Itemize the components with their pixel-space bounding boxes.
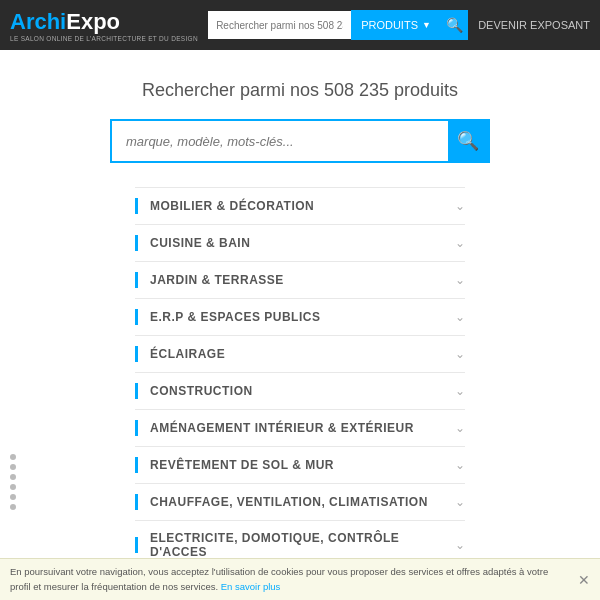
header-search-icon-btn[interactable]: 🔍 [441,10,468,40]
category-label: ÉCLAIRAGE [150,347,455,361]
category-label: ELECTRICITE, DOMOTIQUE, CONTRÔLE D'ACCES [150,531,455,559]
chevron-down-icon: ⌄ [455,538,465,552]
category-item-5[interactable]: CONSTRUCTION ⌄ [135,373,465,410]
dot-6 [10,504,16,510]
category-label: AMÉNAGEMENT INTÉRIEUR & EXTÉRIEUR [150,421,455,435]
chevron-down-icon: ⌄ [455,310,465,324]
dot-3 [10,474,16,480]
category-indicator [135,346,138,362]
cookie-link[interactable]: En savoir plus [221,581,281,592]
chevron-down-icon: ⌄ [455,421,465,435]
category-indicator [135,537,138,553]
logo-archi[interactable]: Archi [10,11,66,33]
chevron-down-icon: ▼ [422,20,431,30]
chevron-down-icon: ⌄ [455,495,465,509]
devenir-exposant-link[interactable]: DEVENIR EXPOSANT [478,19,590,31]
search-icon: 🔍 [446,17,463,33]
sidebar-dots [10,454,16,510]
dot-1 [10,454,16,460]
logo-tagline: LE SALON ONLINE DE L'ARCHITECTURE ET DU … [10,35,198,42]
category-indicator [135,235,138,251]
category-indicator [135,457,138,473]
chevron-down-icon: ⌄ [455,347,465,361]
header-products-btn[interactable]: PRODUITS ▼ [351,10,441,40]
category-item-7[interactable]: REVÊTEMENT DE SOL & MUR ⌄ [135,447,465,484]
chevron-down-icon: ⌄ [455,458,465,472]
category-label: E.R.P & ESPACES PUBLICS [150,310,455,324]
category-item-3[interactable]: E.R.P & ESPACES PUBLICS ⌄ [135,299,465,336]
logo-area: Archi Expo LE SALON ONLINE DE L'ARCHITEC… [10,9,188,42]
category-item-0[interactable]: MOBILIER & DÉCORATION ⌄ [135,187,465,225]
category-label: CHAUFFAGE, VENTILATION, CLIMATISATION [150,495,455,509]
chevron-down-icon: ⌄ [455,384,465,398]
dot-4 [10,484,16,490]
category-item-6[interactable]: AMÉNAGEMENT INTÉRIEUR & EXTÉRIEUR ⌄ [135,410,465,447]
chevron-down-icon: ⌄ [455,236,465,250]
dot-2 [10,464,16,470]
chevron-down-icon: ⌄ [455,273,465,287]
category-label: CUISINE & BAIN [150,236,455,250]
category-item-4[interactable]: ÉCLAIRAGE ⌄ [135,336,465,373]
chevron-down-icon: ⌄ [455,199,465,213]
main-search-button[interactable]: 🔍 [448,121,488,161]
cookie-text: En poursuivant votre navigation, vous ac… [10,566,548,592]
category-item-1[interactable]: CUISINE & BAIN ⌄ [135,225,465,262]
header-search-wrapper: PRODUITS ▼ 🔍 [208,10,468,40]
close-cookie-notice-button[interactable]: ✕ [578,572,590,588]
header-search-input[interactable] [208,11,351,39]
search-icon: 🔍 [457,130,479,152]
category-label: REVÊTEMENT DE SOL & MUR [150,458,455,472]
category-item-8[interactable]: CHAUFFAGE, VENTILATION, CLIMATISATION ⌄ [135,484,465,521]
category-indicator [135,309,138,325]
dot-5 [10,494,16,500]
logo-expo: Expo [66,9,120,35]
category-indicator [135,420,138,436]
category-indicator [135,494,138,510]
header: Archi Expo LE SALON ONLINE DE L'ARCHITEC… [0,0,600,50]
category-indicator [135,272,138,288]
category-indicator [135,383,138,399]
main-search-input[interactable] [112,124,448,159]
main-title: Rechercher parmi nos 508 235 produits [20,80,580,101]
category-item-2[interactable]: JARDIN & TERRASSE ⌄ [135,262,465,299]
category-label: MOBILIER & DÉCORATION [150,199,455,213]
category-label: JARDIN & TERRASSE [150,273,455,287]
category-list: MOBILIER & DÉCORATION ⌄ CUISINE & BAIN ⌄… [135,187,465,570]
main-search-bar: 🔍 [110,119,490,163]
main-content: Rechercher parmi nos 508 235 produits 🔍 … [0,50,600,590]
category-label: CONSTRUCTION [150,384,455,398]
cookie-notice: En poursuivant votre navigation, vous ac… [0,558,600,600]
category-indicator [135,198,138,214]
